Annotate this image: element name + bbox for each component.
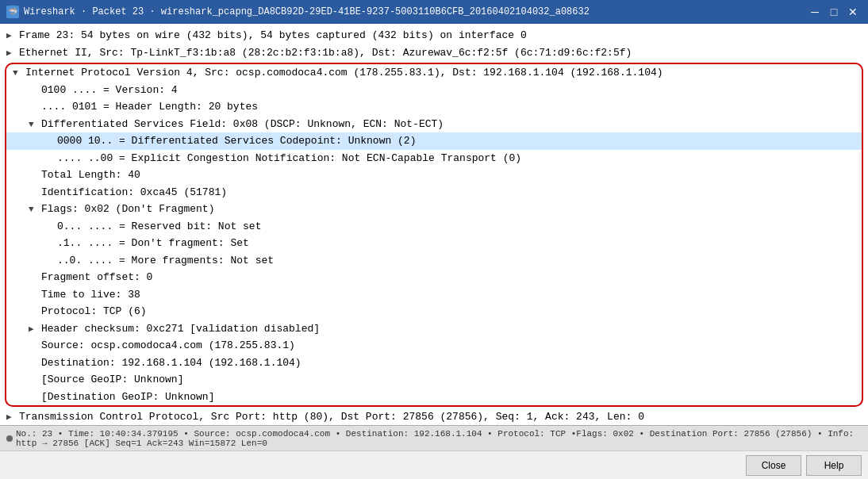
row-text-ip-dst: Destination: 192.168.1.104 (192.168.1.10… <box>41 357 301 369</box>
expand-icon-ethernet[interactable]: ▶ <box>6 47 17 60</box>
tree-row-ip-version[interactable]: 0100 .... = Version: 4 <box>6 82 862 99</box>
row-text-ip-dsf-codepoint: 0000 10.. = Differentiated Services Code… <box>57 135 416 147</box>
expand-icon-ip-checksum[interactable]: ▶ <box>29 323 40 336</box>
expand-icon-ip-flags[interactable]: ▼ <box>29 203 40 217</box>
row-text-ip-dst-geo: [Destination GeoIP: Unknown] <box>41 391 214 403</box>
tree-row-ip-ttl[interactable]: Time to live: 38 <box>6 286 862 304</box>
row-text-ip-flags-reserved: 0... .... = Reserved bit: Not set <box>57 220 261 232</box>
tree-row-ip-flags-mf[interactable]: ..0. .... = More fragments: Not set <box>6 252 862 270</box>
tree-row-ip-src[interactable]: Source: ocsp.comodoca4.com (178.255.83.1… <box>6 337 862 354</box>
tree-row-ip-id[interactable]: Identification: 0xca45 (51781) <box>6 184 862 201</box>
wireshark-icon: 🦈 <box>6 6 19 18</box>
tree-row-ip-src-geo[interactable]: [Source GeoIP: Unknown] <box>6 371 862 389</box>
bottom-bar: Close Help <box>0 450 868 479</box>
tree-row-ip-dsf[interactable]: ▼Differentiated Services Field: 0x08 (DS… <box>6 116 862 133</box>
tree-row-ip-proto[interactable]: Protocol: TCP (6) <box>6 303 862 320</box>
tree-row-ip-header-len[interactable]: .... 0101 = Header Length: 20 bytes <box>6 98 862 116</box>
status-indicator <box>6 435 13 442</box>
status-text: No.: 23 • Time: 10:40:34.379195 • Source… <box>16 429 862 448</box>
help-button[interactable]: Help <box>806 455 862 476</box>
row-text-ip-proto: Protocol: TCP (6) <box>41 305 147 317</box>
window-close-button[interactable]: ✕ <box>844 3 862 21</box>
tree-row-ip-dst-geo[interactable]: [Destination GeoIP: Unknown] <box>6 389 862 406</box>
row-text-ip-dsf: Differentiated Services Field: 0x08 (DSC… <box>41 118 444 130</box>
row-text-ip-dsf-ecn: .... ..00 = Explicit Congestion Notifica… <box>57 152 521 164</box>
close-button[interactable]: Close <box>746 455 801 476</box>
tree-row-ip-flags-df[interactable]: .1.. .... = Don't fragment: Set <box>6 235 862 252</box>
row-text-ip-src: Source: ocsp.comodoca4.com (178.255.83.1… <box>41 339 295 351</box>
tree-row-ethernet[interactable]: ▶Ethernet II, Src: Tp-LinkT_f3:1b:a8 (28… <box>0 44 868 62</box>
row-text-ip-flags-df: .1.. .... = Don't fragment: Set <box>57 237 249 249</box>
status-bar: No.: 23 • Time: 10:40:34.379195 • Source… <box>0 425 868 450</box>
tree-row-ip-dsf-ecn[interactable]: .... ..00 = Explicit Congestion Notifica… <box>6 150 862 167</box>
row-text-frame: Frame 23: 54 bytes on wire (432 bits), 5… <box>19 29 527 41</box>
expand-icon-tcp[interactable]: ▶ <box>6 411 17 424</box>
tree-row-frame[interactable]: ▶Frame 23: 54 bytes on wire (432 bits), … <box>0 27 868 44</box>
title-bar-controls: ─ □ ✕ <box>806 3 862 21</box>
row-text-ip-version: 0100 .... = Version: 4 <box>41 84 178 96</box>
row-text-ip-frag-offset: Fragment offset: 0 <box>41 271 152 283</box>
ip-section-wrapper: ▼Internet Protocol Version 4, Src: ocsp.… <box>5 63 863 407</box>
row-text-ethernet: Ethernet II, Src: Tp-LinkT_f3:1b:a8 (28:… <box>19 47 632 59</box>
row-text-ip-src-geo: [Source GeoIP: Unknown] <box>41 374 183 385</box>
tree-row-ip-total-len[interactable]: Total Length: 40 <box>6 167 862 184</box>
main-content: ▶Frame 23: 54 bytes on wire (432 bits), … <box>0 24 868 425</box>
expand-icon-ip[interactable]: ▼ <box>13 67 24 80</box>
tree-row-ip-frag-offset[interactable]: Fragment offset: 0 <box>6 269 862 286</box>
row-text-ip-total-len: Total Length: 40 <box>41 169 140 181</box>
row-text-ip-flags: Flags: 0x02 (Don't Fragment) <box>41 203 214 215</box>
row-text-ip-ttl: Time to live: 38 <box>41 289 140 301</box>
title-bar-text: Wireshark · Packet 23 · wireshark_pcapng… <box>24 6 590 17</box>
tree-row-ip-flags[interactable]: ▼Flags: 0x02 (Don't Fragment) <box>6 201 862 218</box>
expand-icon-ip-dsf[interactable]: ▼ <box>29 118 40 132</box>
maximize-button[interactable]: □ <box>825 3 843 21</box>
expand-icon-frame[interactable]: ▶ <box>6 29 17 43</box>
tree-row-ip-dst[interactable]: Destination: 192.168.1.104 (192.168.1.10… <box>6 354 862 372</box>
packet-tree[interactable]: ▶Frame 23: 54 bytes on wire (432 bits), … <box>0 24 868 425</box>
minimize-button[interactable]: ─ <box>806 3 824 21</box>
row-text-ip-flags-mf: ..0. .... = More fragments: Not set <box>57 255 274 266</box>
row-text-ip-header-len: .... 0101 = Header Length: 20 bytes <box>41 101 258 113</box>
tree-row-ip-checksum[interactable]: ▶Header checksum: 0xc271 [validation dis… <box>6 320 862 338</box>
row-text-tcp: Transmission Control Protocol, Src Port:… <box>19 411 644 423</box>
tree-row-ip-flags-reserved[interactable]: 0... .... = Reserved bit: Not set <box>6 218 862 236</box>
tree-row-ip[interactable]: ▼Internet Protocol Version 4, Src: ocsp.… <box>6 64 862 82</box>
title-bar-left: 🦈 Wireshark · Packet 23 · wireshark_pcap… <box>6 6 590 18</box>
tree-row-ip-dsf-codepoint[interactable]: 0000 10.. = Differentiated Services Code… <box>6 132 862 150</box>
row-text-ip-checksum: Header checksum: 0xc271 [validation disa… <box>41 323 320 335</box>
row-text-ip-id: Identification: 0xca45 (51781) <box>41 186 227 198</box>
row-text-ip: Internet Protocol Version 4, Src: ocsp.c… <box>25 67 663 79</box>
title-bar: 🦈 Wireshark · Packet 23 · wireshark_pcap… <box>0 0 868 24</box>
tree-row-tcp[interactable]: ▶Transmission Control Protocol, Src Port… <box>0 408 868 425</box>
